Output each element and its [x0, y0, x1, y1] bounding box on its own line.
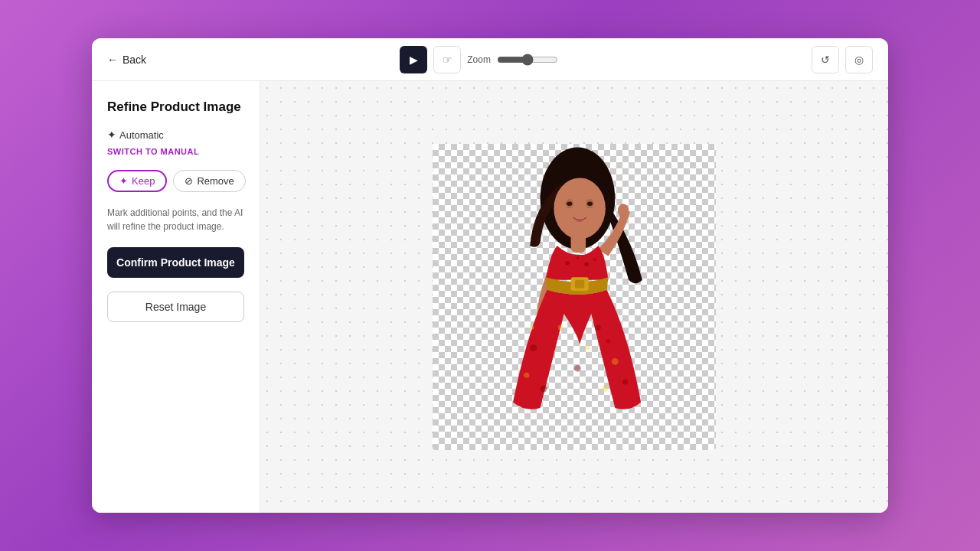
confirm-product-image-button[interactable]: Confirm Product Image [107, 247, 244, 278]
svg-point-2 [554, 178, 606, 239]
svg-rect-13 [575, 280, 584, 289]
back-button[interactable]: ← Back [107, 54, 146, 66]
toolbar-center: ▶ ☞ Zoom [400, 46, 558, 73]
finger-tool-button[interactable]: ☞ [433, 46, 461, 73]
svg-point-15 [524, 373, 529, 378]
mode-text: Automatic [119, 129, 164, 141]
svg-point-20 [622, 380, 628, 385]
svg-point-5 [567, 202, 572, 206]
canvas-area[interactable] [260, 81, 888, 513]
svg-point-18 [596, 324, 601, 330]
svg-point-9 [577, 257, 580, 260]
remove-icon: ⊘ [185, 175, 193, 187]
svg-point-8 [565, 261, 569, 265]
toolbar: ← Back ▶ ☞ Zoom ↺ ◎ [92, 38, 888, 81]
checkerboard-canvas [433, 144, 716, 450]
svg-point-7 [618, 204, 629, 217]
svg-point-11 [593, 258, 596, 261]
svg-point-16 [541, 386, 547, 393]
svg-point-25 [606, 339, 610, 343]
keep-label: Keep [132, 175, 155, 187]
rotate-button[interactable]: ↺ [812, 46, 839, 73]
zoom-slider[interactable] [497, 54, 558, 66]
svg-point-23 [530, 325, 534, 329]
cursor-tool-button[interactable]: ▶ [400, 46, 427, 73]
hint-text: Mark additional points, and the AI will … [107, 206, 244, 233]
remove-label: Remove [197, 175, 234, 187]
back-label: Back [122, 54, 146, 66]
remove-button[interactable]: ⊘ Remove [173, 170, 245, 192]
svg-point-24 [586, 346, 590, 350]
zoom-label: Zoom [467, 54, 491, 65]
target-icon: ◎ [854, 54, 864, 66]
keep-button[interactable]: ✦ Keep [107, 170, 167, 192]
svg-point-6 [587, 202, 593, 206]
finger-icon: ☞ [443, 54, 452, 66]
switch-manual-button[interactable]: SWITCH TO MANUAL [107, 147, 199, 156]
zoom-section: Zoom [467, 54, 558, 66]
reset-image-button[interactable]: Reset Image [107, 292, 244, 322]
keep-remove-row: ✦ Keep ⊘ Remove [107, 170, 244, 192]
target-button[interactable]: ◎ [845, 46, 873, 73]
panel-title: Refine Product Image [107, 99, 244, 115]
svg-point-21 [602, 386, 609, 393]
svg-point-19 [612, 358, 619, 365]
product-image [433, 144, 716, 450]
app-window: ← Back ▶ ☞ Zoom ↺ ◎ Refi [92, 38, 888, 513]
mode-label: ✦ Automatic [107, 129, 164, 141]
automatic-icon: ✦ [107, 129, 116, 141]
rotate-icon: ↺ [821, 54, 830, 66]
toolbar-right: ↺ ◎ [812, 46, 873, 73]
keep-icon: ✦ [119, 175, 128, 187]
mode-row: ✦ Automatic SWITCH TO MANUAL [107, 129, 244, 156]
svg-point-14 [530, 344, 537, 351]
svg-point-10 [584, 262, 588, 266]
svg-point-17 [558, 324, 564, 330]
back-arrow-icon: ← [107, 54, 118, 66]
body-area: Refine Product Image ✦ Automatic SWITCH … [92, 81, 888, 513]
left-panel: Refine Product Image ✦ Automatic SWITCH … [92, 81, 260, 513]
cursor-icon: ▶ [410, 54, 418, 66]
svg-point-22 [574, 365, 581, 372]
